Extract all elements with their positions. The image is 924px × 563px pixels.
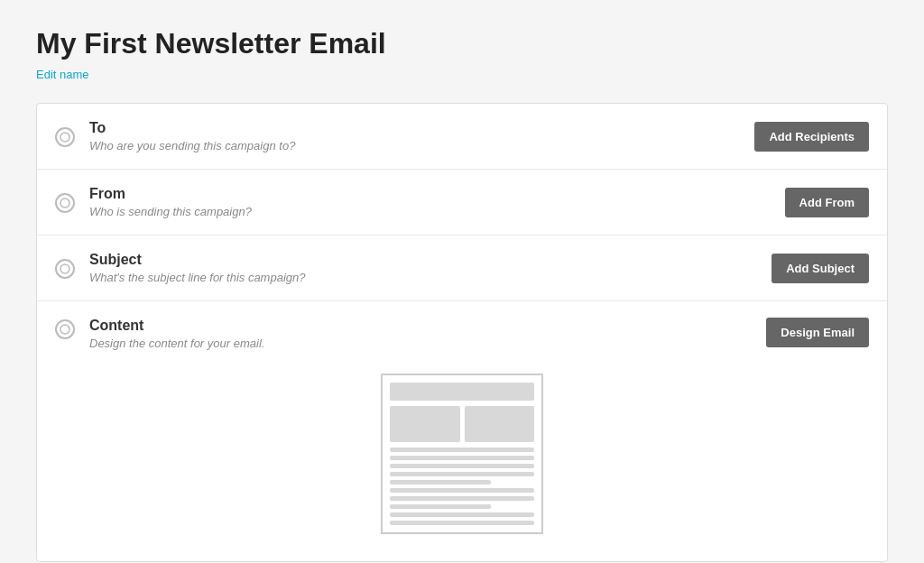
page-title: My First Newsletter Email [36, 27, 888, 60]
content-row-content: Content Design the content for your emai… [89, 318, 748, 350]
preview-line-6 [390, 488, 534, 493]
from-row-label: From [89, 186, 767, 202]
add-recipients-button[interactable]: Add Recipients [754, 122, 869, 152]
edit-name-link[interactable]: Edit name [36, 68, 89, 81]
add-from-button[interactable]: Add From [785, 188, 869, 217]
to-row-description: Who are you sending this campaign to? [89, 139, 736, 152]
to-row: To Who are you sending this campaign to?… [37, 104, 887, 170]
subject-row-action: Add Subject [772, 254, 869, 283]
to-row-label: To [89, 120, 736, 136]
add-subject-button[interactable]: Add Subject [772, 254, 869, 283]
content-row-body: Content Design the content for your emai… [55, 318, 869, 350]
subject-row-label: Subject [89, 252, 753, 268]
subject-row: Subject What's the subject line for this… [37, 235, 887, 301]
from-row: From Who is sending this campaign? Add F… [37, 170, 887, 235]
to-row-action: Add Recipients [754, 122, 869, 152]
preview-lines [390, 448, 534, 525]
subject-row-icon [55, 259, 75, 279]
content-row-icon [55, 319, 75, 339]
content-row-action: Design Email [766, 318, 869, 347]
preview-line-3 [390, 464, 534, 468]
subject-row-content: Subject What's the subject line for this… [89, 252, 753, 284]
preview-line-4 [390, 472, 534, 476]
preview-two-col [390, 406, 534, 442]
preview-line-10 [390, 521, 534, 525]
content-row-description: Design the content for your email. [89, 337, 748, 350]
preview-line-2 [390, 456, 534, 460]
preview-col-right [465, 406, 535, 442]
from-row-content: From Who is sending this campaign? [89, 186, 767, 218]
to-row-content: To Who are you sending this campaign to? [89, 120, 736, 152]
preview-line-9 [390, 512, 534, 517]
content-row-label: Content [89, 318, 748, 334]
to-row-icon [55, 127, 75, 147]
content-row: Content Design the content for your emai… [37, 301, 887, 561]
from-row-action: Add From [785, 188, 869, 217]
preview-line-7 [390, 496, 534, 501]
preview-line-1 [390, 448, 534, 452]
preview-col-left [390, 406, 460, 442]
svg-point-0 [60, 133, 69, 142]
svg-point-1 [60, 198, 69, 208]
email-preview [381, 374, 543, 534]
campaign-card: To Who are you sending this campaign to?… [36, 103, 888, 562]
from-row-icon [55, 193, 75, 213]
preview-line-8 [390, 504, 491, 509]
svg-point-2 [60, 264, 69, 273]
from-row-description: Who is sending this campaign? [89, 205, 767, 218]
preview-line-5 [390, 480, 491, 485]
subject-row-description: What's the subject line for this campaig… [89, 271, 753, 284]
email-preview-wrapper [55, 350, 869, 534]
design-email-button[interactable]: Design Email [766, 318, 869, 347]
preview-header-bar [390, 383, 534, 401]
svg-point-3 [60, 325, 69, 334]
